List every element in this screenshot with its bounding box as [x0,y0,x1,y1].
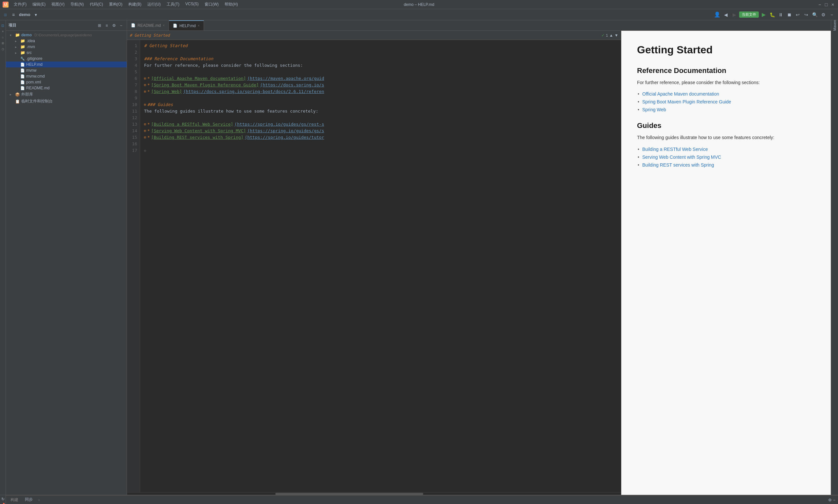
tree-label-external: 外部库 [21,92,33,97]
preview-link-springweb[interactable]: Spring Web [642,107,666,112]
file-icon-mvnw: 📄 [20,68,25,73]
menu-vcs[interactable]: VCS(S) [183,1,201,8]
chevron-right-icon-src: ▸ [15,51,19,55]
tree-item-src[interactable]: ▸ 📁 src [6,50,127,56]
tree-item-idea[interactable]: ▸ 📁 .idea [6,38,127,44]
sidebar-layout-icon[interactable]: ⊞ [96,22,103,29]
project-name: demo [19,12,31,17]
menu-bar: 文件(F) 编辑(E) 视图(V) 导航(N) 代码(C) 重构(O) 构建(B… [11,1,240,8]
folder-icon-external: 📦 [15,92,20,97]
list-item: Spring Boot Maven Plugin Reference Guide [637,98,815,106]
horizontal-scrollbar[interactable] [127,492,621,495]
menu-file[interactable]: 文件(F) [11,1,29,8]
menu-view[interactable]: 视图(V) [49,1,67,8]
sidebar-menu-icon[interactable]: ≡ [104,22,110,29]
left-tab-home[interactable]: ⌂ [0,35,5,40]
list-item: Official Apache Maven documentation [637,90,815,98]
settings-icon[interactable]: ⚙ [820,11,827,18]
line-7: ⊞ * [Spring Boot Maven Plugin Reference … [144,82,617,88]
tree-item-readmemd[interactable]: ▸ 📄 README.md [6,85,127,91]
tree-item-mvnw[interactable]: ▸ 📄 mvnw [6,68,127,73]
nav-back-icon[interactable]: ◀ [722,11,729,18]
toolbar-more2[interactable]: ⏹ [786,11,793,18]
tree-item-external[interactable]: ▸ 📦 外部库 [6,91,127,98]
minimize-button[interactable]: − [817,2,822,7]
line-12 [144,114,617,121]
menu-code[interactable]: 代码(C) [87,1,106,8]
tree-item-gitignore[interactable]: ▸ 🔧 .gitignore [6,56,127,61]
preview-ref-doc-title: Reference Documentation [637,67,815,75]
tree-item-mvnwcmd[interactable]: ▸ 📄 mvnw.cmd [6,73,127,79]
bottom-settings-icon[interactable]: ⚙ [828,498,832,502]
nav-forward-icon[interactable]: ▶ [731,11,738,18]
sidebar-header-icons: ⊞ ≡ ⚙ − [96,22,124,29]
toolbar-more1[interactable]: ⏸ [777,11,784,18]
list-item: Building a RESTful Web Service [637,145,815,153]
preview-link-maven[interactable]: Official Apache Maven documentation [642,91,719,96]
tree-item-mvn[interactable]: ▸ 📁 .mvn [6,44,127,50]
left-tab-structure[interactable]: ≡ [0,29,5,34]
check-count: 1 [606,33,608,37]
tab-readme[interactable]: 📄 README.md × [127,20,169,31]
tree-item-demo[interactable]: ▾ 📁 demo D:\Documents\Language\java\demo [6,32,127,38]
maximize-button[interactable]: □ [824,2,829,7]
menu-run[interactable]: 运行(U) [145,1,163,8]
menu-refactor[interactable]: 重构(O) [106,1,125,8]
menu-window[interactable]: 窗口(W) [202,1,221,8]
right-activity-bar: Maven [831,20,838,495]
project-panel-icon[interactable]: ◫ [3,12,8,17]
tree-item-pomxml[interactable]: ▸ 📄 pom.xml [6,79,127,85]
tab-close-helpmd[interactable]: × [198,24,200,28]
title-bar-left: IJ 文件(F) 编辑(E) 视图(V) 导航(N) 代码(C) 重构(O) 构… [3,1,240,8]
code-text[interactable]: # Getting Started ### Reference Document… [140,40,621,492]
debug-button[interactable]: 🐛 [769,11,776,18]
left-tab-grid[interactable]: ⊞ [0,40,5,46]
bottom-tab-build[interactable]: 构建 [8,496,20,504]
sidebar-collapse-icon[interactable]: − [118,22,124,29]
left-tab-history[interactable]: ◷ [0,47,5,52]
sidebar-header: 项目 ⊞ ≡ ⚙ − [6,20,127,31]
menu-navigate[interactable]: 导航(N) [68,1,86,8]
preview-link-serving[interactable]: Serving Web Content with Spring MVC [642,155,721,160]
menu-build[interactable]: 构建(B) [126,1,144,8]
scrollbar-thumb [275,493,424,495]
run-config-icon[interactable]: ≡ [10,11,17,18]
tree-label-demo: demo [21,33,32,37]
search-everywhere[interactable]: 🔍 [811,11,818,18]
tab-helpmd[interactable]: 📄 HELP.md × [169,20,204,31]
tree-label-readmemd: README.md [26,86,50,90]
window-title: demo – HELP.md [404,2,434,7]
preview-link-springboot[interactable]: Spring Boot Maven Plugin Reference Guide [642,99,731,104]
bottom-refresh-icon[interactable]: ↻ [0,497,5,502]
collapse-up-icon[interactable]: ▲ [609,33,613,38]
expand-down-icon[interactable]: ▼ [614,33,618,38]
preview-link-restful[interactable]: Building a RESTful Web Service [642,147,708,152]
menu-tools[interactable]: 工具(T) [164,1,182,8]
close-button[interactable]: × [830,2,835,7]
tree-label-mvnw: mvnw [26,68,36,73]
menu-help[interactable]: 帮助(H) [222,1,240,8]
bottom-tab-sync[interactable]: 同步 [23,496,35,504]
tree-label-src: src [26,50,32,55]
preview-link-rest-services[interactable]: Building REST services with Spring [642,162,714,167]
run-button[interactable]: ▶ [760,11,767,18]
current-file-dropdown[interactable]: 当前文件 [739,12,759,18]
menu-edit[interactable]: 编辑(E) [30,1,48,8]
code-content: 12345 678910 1112131415 1617 # Getting S… [127,40,621,492]
tree-item-helpmd[interactable]: ▸ 📄 HELP.md [6,61,127,68]
bottom-tab-sync-close[interactable]: × [38,498,40,502]
maven-panel-icon[interactable]: Maven [832,22,838,28]
bottom-pin-icon[interactable]: 📌 [0,502,5,504]
toolbar-collapse[interactable]: − [828,11,835,18]
tree-item-scratches[interactable]: ▸ 📋 临时文件和控制台 [6,98,127,105]
tab-close-readme[interactable]: × [163,23,165,27]
sidebar-settings-icon[interactable]: ⚙ [111,22,117,29]
bottom-collapse-icon[interactable]: − [833,498,835,502]
toolbar-more4[interactable]: ↪ [803,11,810,18]
left-tab-project[interactable]: ◫ [0,23,5,28]
avatar-icon[interactable]: 👤 [714,11,721,18]
project-dropdown[interactable]: ▾ [32,11,40,18]
bottom-section: ↻ 📌 🔍 构建 同步 × ⚙ − ✓ 同步: 在 12/20/2022 12:… [0,495,838,504]
toolbar-more3[interactable]: ↩ [794,11,801,18]
tab-label-helpmd: HELP.md [179,23,196,28]
